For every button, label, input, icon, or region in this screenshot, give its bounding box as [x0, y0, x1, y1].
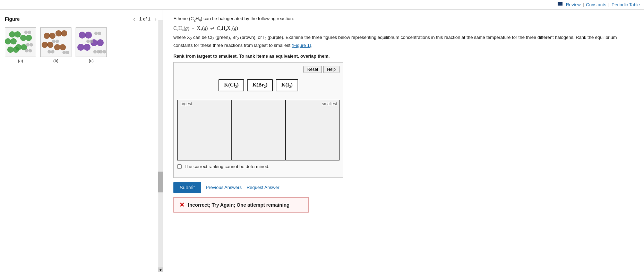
svg-point-10 — [24, 31, 28, 34]
figure1-link[interactable]: (Figure 1) — [292, 43, 311, 48]
svg-point-13 — [26, 43, 29, 47]
slot-middle[interactable] — [232, 100, 286, 160]
svg-point-3 — [10, 38, 17, 44]
draggable-items: K(Cl2) K(Br2) K(I2) — [177, 79, 340, 91]
slot-largest-label: largest — [180, 101, 192, 106]
previous-answers-link[interactable]: Previous Answers — [206, 185, 242, 190]
svg-point-19 — [61, 30, 67, 36]
svg-point-9 — [13, 47, 19, 53]
main-layout: Figure ‹ 1 of 1 › — [0, 10, 644, 272]
cannot-determine-row: The correct ranking cannot be determined… — [177, 164, 340, 169]
figure-item-c: (c) — [76, 27, 107, 63]
error-icon: ✕ — [179, 201, 184, 209]
svg-point-22 — [54, 44, 60, 50]
figure-header: Figure ‹ 1 of 1 › — [0, 13, 163, 25]
ranking-slots[interactable]: largest smallest — [177, 100, 340, 160]
figure-img-b — [40, 27, 71, 57]
sep1: | — [583, 2, 584, 7]
prev-arrow[interactable]: ‹ — [132, 16, 136, 22]
svg-point-1 — [15, 31, 21, 38]
slot-smallest[interactable]: smallest — [286, 100, 339, 160]
figure-label-b: (b) — [53, 58, 59, 63]
ranking-widget: Reset Help K(Cl2) K(Br2) K(I2) largest s… — [173, 62, 343, 178]
svg-point-8 — [7, 47, 14, 53]
periodic-table-link[interactable]: Periodic Table — [612, 2, 640, 7]
nav-label: 1 of 1 — [139, 16, 151, 22]
svg-point-27 — [51, 50, 54, 53]
figure-svg-c — [76, 28, 106, 57]
svg-point-16 — [44, 33, 50, 39]
figure-title: Figure — [5, 16, 20, 22]
right-panel: Ethene (C2H4) can be halogenated by the … — [163, 10, 644, 272]
svg-point-38 — [86, 40, 90, 43]
slot-largest[interactable]: largest — [178, 100, 232, 160]
chip-cl2[interactable]: K(Cl2) — [218, 79, 244, 91]
figure-label-a: (a) — [18, 58, 23, 63]
review-link[interactable]: Review — [566, 2, 581, 7]
svg-point-40 — [93, 50, 97, 53]
svg-point-20 — [42, 42, 48, 48]
svg-point-37 — [98, 32, 101, 35]
figure-label-c: (c) — [89, 58, 94, 63]
cannot-determine-label: The correct ranking cannot be determined… — [184, 164, 269, 169]
reset-help-row: Reset Help — [177, 66, 340, 73]
top-bar: Review | Constants | Periodic Table — [0, 0, 644, 10]
sep2: | — [608, 2, 609, 7]
svg-point-29 — [66, 51, 69, 54]
figure-img-a — [5, 27, 36, 57]
question-text: Ethene (C2H4) can be halogenated by the … — [173, 15, 634, 49]
submit-button[interactable]: Submit — [173, 182, 201, 193]
svg-point-21 — [47, 42, 53, 48]
svg-point-33 — [97, 39, 104, 46]
constants-link[interactable]: Constants — [586, 2, 607, 7]
reset-button[interactable]: Reset — [303, 66, 322, 73]
figure-item-b: (b) — [40, 27, 71, 63]
svg-point-31 — [85, 32, 92, 39]
chip-br2[interactable]: K(Br2) — [247, 79, 273, 91]
figure-img-c — [76, 27, 107, 57]
svg-point-12 — [29, 43, 33, 47]
submit-row: Submit Previous Answers Request Answer — [173, 182, 634, 193]
figure-item-a: (a) — [5, 27, 36, 63]
left-panel: Figure ‹ 1 of 1 › — [0, 10, 163, 272]
svg-point-5 — [26, 35, 32, 41]
result-box: ✕ Incorrect; Try Again; One attempt rema… — [173, 197, 309, 213]
cannot-determine-checkbox[interactable] — [177, 164, 182, 169]
chip-i2[interactable]: K(I2) — [276, 79, 298, 91]
svg-point-25 — [55, 40, 59, 43]
svg-point-0 — [9, 31, 15, 38]
svg-point-24 — [52, 40, 55, 43]
scrollbar-thumb[interactable] — [158, 172, 163, 192]
svg-point-18 — [55, 30, 62, 36]
help-button[interactable]: Help — [323, 66, 340, 73]
svg-point-30 — [79, 32, 86, 39]
svg-point-43 — [103, 50, 106, 53]
review-icon — [558, 2, 563, 6]
svg-point-34 — [77, 44, 84, 51]
next-arrow[interactable]: › — [153, 16, 158, 22]
svg-point-17 — [49, 33, 55, 39]
svg-point-14 — [28, 49, 32, 52]
instruction-text: Rank from largest to smallest. To rank i… — [173, 53, 634, 59]
figure-svg-a — [5, 28, 36, 57]
scrollbar-down-btn[interactable]: ▼ — [158, 267, 163, 272]
figure-nav: ‹ 1 of 1 › — [132, 16, 158, 22]
result-message: Incorrect; Try Again; One attempt remain… — [188, 202, 290, 208]
svg-point-39 — [90, 40, 93, 43]
svg-point-4 — [20, 35, 26, 41]
svg-point-15 — [25, 49, 28, 52]
figure-svg-b — [41, 28, 71, 57]
request-answer-link[interactable]: Request Answer — [247, 185, 280, 190]
svg-point-2 — [5, 38, 11, 44]
svg-point-11 — [28, 31, 31, 34]
svg-point-28 — [62, 51, 66, 54]
figures-row: (a) — [0, 25, 163, 66]
svg-point-35 — [84, 44, 91, 51]
scrollbar-track[interactable]: ▼ — [158, 20, 163, 272]
svg-point-36 — [94, 32, 98, 35]
svg-point-26 — [48, 50, 51, 53]
svg-point-42 — [99, 50, 103, 53]
svg-point-23 — [60, 44, 66, 50]
slot-smallest-label: smallest — [322, 101, 337, 106]
